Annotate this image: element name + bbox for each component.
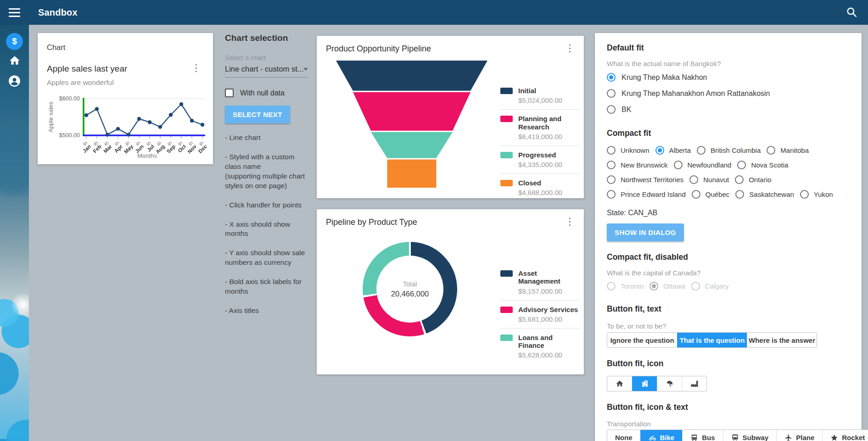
sidebar-item-account[interactable] (0, 72, 29, 92)
kebab-menu-icon[interactable]: ⋮ (189, 64, 204, 72)
segment-home[interactable] (607, 376, 632, 391)
line-chart-point-jul[interactable] (148, 120, 151, 124)
radio-icon (607, 175, 616, 184)
legend-swatch (500, 152, 513, 158)
radio-icon (607, 89, 616, 98)
radio-option-saskatchewan[interactable]: Saskatchewan (735, 187, 794, 201)
app-title: Sandbox (38, 7, 78, 18)
radio-option-krung-thep-mahanakhon-amon-rattanakosin[interactable]: Krung Thep Mahanakhon Amon Rattanakosin (607, 85, 850, 101)
radio-option-label: Krung Thep Mahanakhon Amon Rattanakosin (622, 89, 770, 98)
radio-option-nunavut[interactable]: Nunavut (689, 172, 729, 187)
section-title-button-fit-icon-text: Button fit, icon & text (607, 402, 850, 412)
legend-label: Planning and Research (518, 115, 579, 131)
line-chart-point-nov[interactable] (190, 119, 194, 123)
search-icon[interactable] (844, 5, 859, 20)
radio-option-label: Alberta (669, 146, 691, 154)
funnel-chart (327, 59, 497, 192)
question-transportation: Transportation (607, 420, 850, 428)
chart-select-dropdown[interactable]: Line chart - custom st... (225, 61, 308, 78)
show-in-dialog-button[interactable]: SHOW IN DIALOG (607, 223, 684, 241)
radio-option-manitoba[interactable]: Manitoba (767, 143, 809, 157)
with-null-data-checkbox[interactable]: With null data (225, 89, 308, 97)
chart-title: Apple sales last year (47, 64, 127, 74)
question-to-be: To be, or not to be? (607, 322, 850, 330)
segment-label: Bus (702, 434, 715, 441)
sidebar-item-sales[interactable]: $ (0, 31, 29, 51)
line-chart-point-mar[interactable] (106, 133, 109, 136)
radio-icon (697, 146, 706, 155)
line-chart-point-apr[interactable] (116, 127, 120, 130)
line-chart-point-aug[interactable] (158, 125, 162, 128)
segment-that-is-the-question[interactable]: That is the question (677, 333, 747, 347)
radio-option-new-brunswick[interactable]: New Brunswick (607, 157, 668, 172)
home-icon (9, 55, 21, 68)
radio-option-northwest-territories[interactable]: Northwest Territories (607, 172, 683, 187)
segment-rocket[interactable]: Rocket (822, 430, 868, 441)
radio-option-qu-bec[interactable]: Québec (692, 187, 730, 201)
card-section-title: Chart (47, 43, 204, 52)
radio-option-label: Nunavut (703, 176, 729, 184)
line-chart-point-jun[interactable] (137, 117, 141, 121)
segment-label: Plane (796, 434, 814, 441)
segment-ignore-the-question[interactable]: Ignore the question (607, 333, 677, 347)
donut-center: Total 20,466,000 (376, 256, 443, 323)
kebab-menu-icon[interactable]: ⋮ (562, 218, 577, 226)
donut-chart-card: Pipeline by Product Type ⋮ Total 20,466,… (317, 209, 584, 374)
radio-option-label: Newfoundland (688, 161, 732, 169)
radio-group-provinces: UnknownAlbertaBritish ColumbiaManitobaNe… (607, 143, 850, 201)
segment-where-is-the-answer[interactable]: Where is the answer (747, 333, 817, 347)
radio-option-alberta[interactable]: Alberta (655, 143, 691, 157)
select-next-button[interactable]: SELECT NEXT (225, 106, 290, 123)
legend-item-asset-management: Asset Management$9,157,000.00 (500, 264, 579, 301)
line-chart-point-may[interactable] (127, 133, 130, 136)
line-chart-point-oct[interactable] (179, 102, 183, 106)
section-title-compact-fit-disabled: Compact fit, disabled (607, 252, 850, 262)
legend-value: $4,688,000.00 (518, 189, 562, 196)
segment-plane[interactable]: Plane (776, 430, 822, 441)
legend-item-planning-and-research: Planning and Research$6,419,000.00 (500, 110, 579, 146)
segment-bus[interactable]: Bus (682, 430, 722, 441)
radio-icon (735, 190, 744, 199)
segment-beach-umbrella[interactable] (657, 376, 682, 391)
radio-option-yukon[interactable]: Yukon (800, 187, 833, 201)
sidebar-item-home[interactable] (0, 51, 29, 72)
radio-option-label: Ottawa (663, 282, 685, 290)
line-chart-point-jan[interactable] (84, 113, 88, 117)
radio-option-unknown[interactable]: Unknown (607, 143, 650, 157)
sidebar: $ (0, 25, 29, 441)
segment-bike[interactable]: Bike (640, 430, 683, 441)
radio-option-prince-edward-island[interactable]: Prince Edward Island (607, 187, 686, 201)
radio-option-nova-scotia[interactable]: Nova Scotia (737, 157, 788, 172)
segment-none[interactable]: None (607, 430, 640, 441)
funnel-segment-planning-and-research (353, 92, 470, 131)
radio-icon (607, 161, 616, 169)
radio-option-newfoundland[interactable]: Newfoundland (674, 157, 732, 172)
legend-label: Closed (518, 179, 562, 187)
segment-factory[interactable] (682, 376, 706, 391)
note-item: - Click handler for points (225, 201, 308, 210)
radio-icon (800, 190, 809, 199)
radio-option-krung-thep-maka-nakhon[interactable]: Krung Thep Maka Nakhon (607, 69, 850, 85)
legend-value: $5,628,000.00 (518, 351, 579, 359)
segment-label: Where is the answer (749, 336, 815, 344)
segment-subway[interactable]: Subway (723, 430, 777, 441)
line-chart-point-sep[interactable] (169, 113, 173, 117)
donut-legend: Asset Management$9,157,000.00Advisory Se… (500, 264, 579, 364)
kebab-menu-icon[interactable]: ⋮ (562, 44, 577, 52)
radio-icon (607, 146, 616, 155)
chart-subtitle: Apples are wonderful (47, 78, 204, 87)
note-item: - Styled with a custom class name (suppo… (225, 152, 308, 191)
radio-option-bk[interactable]: BK (607, 101, 850, 117)
legend-label: Progressed (518, 151, 562, 159)
section-title-default-fit: Default fit (607, 43, 850, 53)
segment-office-building[interactable] (632, 376, 657, 391)
menu-icon[interactable] (0, 0, 29, 25)
line-chart-point-feb[interactable] (95, 107, 99, 111)
legend-value: $9,157,000.00 (518, 287, 579, 295)
radio-option-ontario[interactable]: Ontario (735, 172, 771, 187)
note-item: - Axis titles (225, 306, 308, 316)
segment-label: Ignore the question (610, 336, 674, 344)
radio-option-british-columbia[interactable]: British Columbia (697, 143, 761, 157)
line-chart-point-dec[interactable] (201, 123, 204, 127)
radio-option-label: BK (622, 106, 631, 114)
